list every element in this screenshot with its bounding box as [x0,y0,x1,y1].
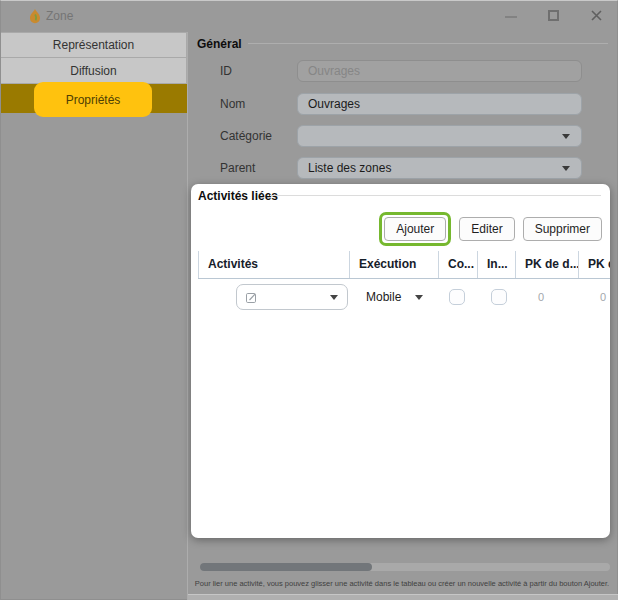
categorie-label: Catégorie [220,125,272,147]
col-pk-debut: PK de d... [516,251,579,278]
col-co: Co... [439,251,478,278]
general-section-title: Général [197,37,242,51]
execution-dropdown[interactable]: Mobile [366,284,401,310]
activites-section-title: Activités liées [198,189,278,203]
chevron-down-icon [562,134,570,139]
field-row-nom: Nom Ouvrages [1,93,618,115]
editer-button[interactable]: Editer [459,217,514,241]
footer-hint: Pour lier une activité, vous pouvez glis… [191,579,613,588]
minimize-icon[interactable] [491,1,531,31]
edit-icon [245,291,258,304]
nom-field[interactable]: Ouvrages [297,93,582,115]
field-row-categorie: Catégorie [1,125,618,147]
scrollbar-thumb[interactable] [200,563,372,571]
col-execution: Exécution [350,251,439,278]
tab-representation[interactable]: Représentation [1,32,187,58]
activites-liees-panel: Activités liées Ajouter Editer Supprimer… [191,184,610,538]
general-rule [248,43,608,44]
horizontal-scrollbar[interactable] [200,563,610,571]
parent-label: Parent [220,157,255,179]
window-title: Zone [46,9,73,23]
app-flame-icon [28,8,42,25]
close-icon[interactable] [577,1,617,31]
titlebar: Zone [1,1,618,31]
pk-fin-value: 0 [600,284,606,310]
col-pk-fin: PK de... [579,251,610,278]
nom-label: Nom [220,93,245,115]
field-row-id: ID Ouvrages [1,60,618,82]
col-activites: Activités [198,251,350,278]
chevron-down-icon [330,295,338,300]
sidebar-divider [187,32,188,600]
activity-combobox[interactable] [236,284,348,310]
table-header: Activités Exécution Co... In... PK de d.… [198,251,610,279]
ajouter-button[interactable]: Ajouter [384,217,446,241]
chevron-down-icon [562,166,570,171]
zone-window: Zone Représentation Diffusion Propriétés… [0,0,618,600]
ajouter-highlight-box: Ajouter [379,212,451,246]
id-field: Ouvrages [297,60,582,82]
in-checkbox[interactable] [491,289,507,305]
field-row-parent: Parent Liste des zones [1,157,618,179]
maximize-icon[interactable] [534,1,574,31]
id-label: ID [220,60,232,82]
supprimer-button[interactable]: Supprimer [523,217,602,241]
table-row: Mobile 0 0 [191,279,610,317]
pk-debut-value: 0 [538,284,544,310]
parent-dropdown[interactable]: Liste des zones [297,157,582,179]
co-checkbox[interactable] [449,289,465,305]
activites-toolbar: Ajouter Editer Supprimer [379,211,602,247]
activites-rule [270,195,601,196]
bottom-strip [188,594,618,600]
chevron-down-icon[interactable] [415,295,423,300]
col-in: In... [478,251,516,278]
categorie-dropdown[interactable] [297,125,582,147]
